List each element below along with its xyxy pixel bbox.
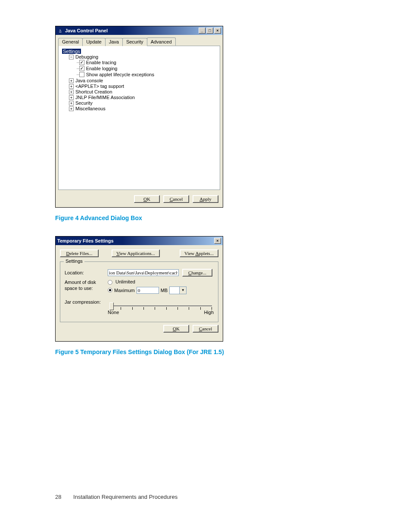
minimize-button[interactable]: _: [199, 28, 206, 34]
advanced-tab-panel: Settings − Debugging ┈ Enable tracing┈ E…: [58, 46, 220, 190]
tree-node[interactable]: Shortcut Creation: [75, 89, 112, 94]
collapse-icon[interactable]: −: [69, 55, 74, 59]
expand-icon[interactable]: +: [69, 90, 74, 94]
slider-low-label: None: [108, 310, 119, 315]
tree-node-debugging[interactable]: Debugging: [75, 54, 98, 59]
expand-icon[interactable]: +: [69, 101, 74, 106]
java-control-panel-dialog: Java Control Panel _ □ × GeneralUpdateJa…: [55, 26, 223, 208]
tab-advanced[interactable]: Advanced: [147, 37, 176, 46]
titlebar[interactable]: Java Control Panel _ □ ×: [56, 26, 223, 35]
checkbox[interactable]: [79, 66, 84, 71]
tab-java[interactable]: Java: [105, 38, 123, 46]
cancel-button[interactable]: Cancel: [163, 195, 189, 203]
titlebar[interactable]: Temporary Files Settings ×: [56, 236, 223, 245]
location-label: Location:: [65, 270, 108, 275]
tree-node[interactable]: Security: [75, 100, 93, 106]
maximum-radio[interactable]: [108, 288, 112, 292]
settings-group: Settings Location: Change... Amount of d…: [60, 261, 218, 322]
tree-leaf[interactable]: Enable tracing: [86, 60, 116, 65]
tree-leaf[interactable]: Show applet lifecycle exceptions: [86, 72, 154, 77]
view-applets-button[interactable]: View Applets...: [180, 249, 218, 257]
page-number: 28: [55, 494, 61, 500]
unlimited-label: Unlimited: [115, 279, 135, 284]
checkbox[interactable]: [79, 72, 84, 77]
tab-general[interactable]: General: [58, 38, 83, 46]
window-title: Java Control Panel: [65, 28, 108, 33]
ok-button[interactable]: OK: [163, 325, 189, 333]
tab-security[interactable]: Security: [122, 38, 147, 46]
settings-legend: Settings: [64, 258, 84, 264]
tree-root-settings[interactable]: Settings: [62, 49, 81, 54]
tree-node[interactable]: JNLP File/MIME Association: [75, 95, 135, 100]
tab-bar: GeneralUpdateJavaSecurityAdvanced: [56, 35, 223, 46]
maximum-input[interactable]: [137, 287, 159, 294]
tree-node[interactable]: Java console: [75, 78, 103, 83]
apply-button[interactable]: Apply: [193, 195, 218, 203]
expand-icon[interactable]: +: [69, 95, 74, 100]
dialog-button-row: OK Cancel Apply: [56, 193, 223, 207]
disk-space-label: Amount of diskspace to use:: [65, 279, 108, 292]
page-footer: 28 Installation Requirements and Procedu…: [55, 494, 177, 500]
unit-label: MB: [161, 288, 168, 293]
slider-high-label: High: [204, 310, 214, 315]
expand-icon[interactable]: +: [69, 84, 74, 89]
tree-leaf[interactable]: Enable logging: [86, 66, 118, 71]
tree-node[interactable]: <APPLET> tag support: [75, 84, 124, 89]
cancel-button[interactable]: Cancel: [193, 325, 218, 333]
expand-icon[interactable]: +: [69, 106, 74, 111]
checkbox[interactable]: [79, 60, 84, 65]
expand-icon[interactable]: +: [69, 78, 74, 83]
unit-combo[interactable]: ▼: [169, 286, 187, 294]
unlimited-radio[interactable]: [108, 280, 112, 285]
maximize-button[interactable]: □: [206, 28, 213, 34]
section-title: Installation Requirements and Procedures: [73, 494, 177, 500]
temp-files-settings-dialog: Temporary Files Settings × Delete Files.…: [55, 236, 223, 342]
tree-node[interactable]: Miscellaneous: [75, 106, 106, 111]
figure-5-caption: Figure 5 Temporary Files Settings Dialog…: [55, 348, 411, 355]
close-button[interactable]: ×: [214, 28, 221, 34]
chevron-down-icon: ▼: [179, 287, 186, 294]
delete-files-button[interactable]: Delete Files...: [60, 249, 99, 257]
tab-update[interactable]: Update: [82, 38, 105, 46]
change-button[interactable]: Change...: [182, 269, 212, 277]
figure-4-caption: Figure 4 Advanced Dialog Box: [55, 215, 411, 221]
ok-button[interactable]: OK: [134, 195, 160, 203]
window-title: Temporary Files Settings: [57, 238, 114, 243]
close-button[interactable]: ×: [214, 238, 221, 244]
maximum-label: Maximum: [114, 288, 135, 293]
jar-compression-label: Jar compression:: [65, 299, 108, 305]
java-icon: [57, 28, 63, 34]
jar-compression-slider[interactable]: None High: [108, 299, 214, 315]
view-applications-button[interactable]: View Applications...: [112, 249, 160, 257]
location-input[interactable]: [108, 269, 179, 276]
